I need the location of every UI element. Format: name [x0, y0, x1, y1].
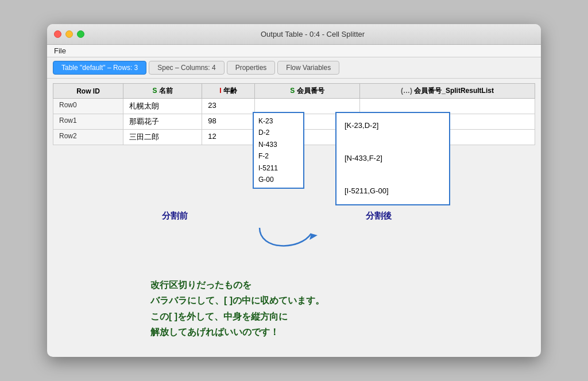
tab-flow-variables[interactable]: Flow Variables: [277, 61, 339, 75]
before-line-2: D-2: [258, 127, 299, 138]
explanation-text: 改行区切りだったものを バラバラにして、[ ]の中に収めています。 この[ ]を…: [150, 277, 324, 340]
col-header-member: S 会員番号: [254, 84, 359, 99]
content-area: Row ID S 名前 I 年齢 S 会員番号 (…) 会員番号_SplitRe…: [47, 79, 541, 357]
after-line-1: [K-23,D-2]: [345, 118, 441, 134]
cell-row0-id: Row0: [53, 99, 123, 114]
cell-row2-id: Row2: [53, 130, 123, 145]
cell-row1-id: Row1: [53, 114, 123, 130]
cell-row2-name: 三田二郎: [123, 130, 202, 145]
traffic-lights: [54, 30, 84, 38]
arrow-annotation: [248, 222, 328, 259]
label-row: 分割前 分割後: [162, 211, 392, 221]
minimize-button[interactable]: [65, 30, 73, 38]
after-line-3: [N-433,F-2]: [345, 150, 441, 167]
tab-table[interactable]: Table "default" – Rows: 3: [53, 61, 146, 75]
tab-spec[interactable]: Spec – Columns: 4: [149, 61, 224, 75]
after-label: 分割後: [366, 211, 392, 221]
after-line-5: [I-5211,G-00]: [345, 183, 441, 200]
before-line-4: F-2: [258, 150, 299, 162]
file-menu[interactable]: File: [54, 46, 66, 55]
title-bar: Output Table - 0:4 - Cell Splitter: [47, 24, 541, 45]
cell-row2-age: 12: [202, 130, 255, 145]
explanation-line-3: この[ ]を外して、中身を縦方向に: [150, 309, 324, 324]
window-title: Output Table - 0:4 - Cell Splitter: [91, 30, 534, 38]
split-before-box: K-23 D-2 N-433 F-2 I-5211 G-00: [253, 112, 304, 189]
menu-bar: File: [47, 45, 541, 57]
explanation-line-4: 解放してあげればいいのです！: [150, 324, 324, 340]
tabs-bar: Table "default" – Rows: 3 Spec – Columns…: [47, 57, 541, 79]
before-label: 分割前: [162, 211, 188, 221]
before-line-5: I-5211: [258, 162, 299, 174]
col-header-split-list: (…) 会員番号_SplitResultList: [359, 84, 535, 99]
cell-row1-name: 那覇花子: [123, 114, 202, 130]
close-button[interactable]: [54, 30, 61, 38]
col-header-age: I 年齢: [202, 84, 255, 99]
before-line-3: N-433: [258, 139, 299, 150]
main-window: Output Table - 0:4 - Cell Splitter File …: [47, 24, 541, 357]
cell-row0-age: 23: [202, 99, 255, 114]
col-header-name: S 名前: [123, 84, 202, 99]
tab-properties[interactable]: Properties: [227, 61, 276, 75]
before-line-1: K-23: [258, 115, 299, 127]
maximize-button[interactable]: [77, 30, 84, 38]
before-line-6: G-00: [258, 174, 299, 185]
explanation-line-2: バラバラにして、[ ]の中に収めています。: [150, 293, 324, 308]
after-line-4: [345, 167, 441, 184]
explanation-line-1: 改行区切りだったものを: [150, 277, 324, 293]
cell-row0-name: 札幌太朗: [123, 99, 202, 114]
split-after-box: [K-23,D-2] [N-433,F-2] [I-5211,G-00]: [335, 112, 450, 205]
col-header-row-id: Row ID: [53, 84, 123, 99]
cell-row1-age: 98: [202, 114, 255, 130]
after-line-2: [345, 134, 441, 151]
